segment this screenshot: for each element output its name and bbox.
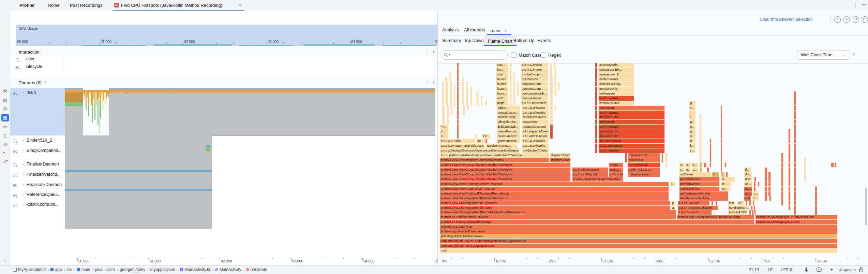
- flame-segment[interactable]: [794, 101, 796, 105]
- flame-segment[interactable]: [554, 63, 556, 67]
- flame-segment[interactable]: [449, 72, 451, 77]
- flame-segment[interactable]: <i...: [440, 125, 449, 129]
- flame-segment[interactable]: [463, 106, 465, 110]
- tab-bottom-up[interactable]: Bottom Up: [513, 38, 534, 43]
- gear-icon[interactable]: ⚙: [0, 106, 10, 112]
- grid-icon[interactable]: [817, 267, 822, 272]
- flame-segment[interactable]: android.view.ViewGroup.dispatchAttachedT…: [440, 168, 571, 172]
- flame-segment[interactable]: performCreate: [679, 177, 720, 182]
- flame-segment[interactable]: [726, 172, 728, 177]
- flame-segment[interactable]: [700, 153, 702, 158]
- flame-segment[interactable]: [768, 182, 770, 186]
- flame-segment[interactable]: a.v.V.measure: [599, 96, 634, 101]
- flame-segment[interactable]: [510, 101, 512, 105]
- flame-segment[interactable]: [768, 172, 770, 177]
- flame-segment[interactable]: android.view.Choreographer.doCallbacks: [440, 201, 671, 205]
- flame-segment[interactable]: [768, 177, 770, 182]
- flame-segment[interactable]: [754, 210, 756, 215]
- flame-segment[interactable]: remeasureOnly: [599, 82, 634, 86]
- flame-segment[interactable]: android.os.MessageQueue.nativePollOnce: [755, 215, 838, 219]
- flame-segment[interactable]: [450, 82, 452, 86]
- flame-segment[interactable]: [781, 182, 783, 186]
- flame-segment[interactable]: [789, 163, 791, 167]
- flame-segment[interactable]: [710, 163, 712, 167]
- flame-segment[interactable]: [815, 187, 817, 191]
- flame-segment[interactable]: android.view.ViewRootImpl.performTravers…: [440, 182, 669, 186]
- flame-segment[interactable]: [721, 125, 722, 129]
- breadcrumb-item[interactable]: app›: [50, 267, 65, 272]
- tab-summary[interactable]: Summary: [442, 38, 461, 43]
- flame-segment[interactable]: [765, 182, 767, 186]
- flame-segment[interactable]: [442, 101, 444, 105]
- flame-segment[interactable]: [485, 139, 488, 143]
- chevron-right-icon[interactable]: ›: [23, 182, 24, 186]
- flame-segment[interactable]: inst...: [744, 196, 751, 201]
- flame-segment[interactable]: [510, 82, 512, 86]
- flame-segment[interactable]: measureHierar...: [628, 172, 660, 177]
- collapse-icon[interactable]: ∧: [432, 80, 435, 85]
- flame-segment[interactable]: Co...: [482, 134, 490, 139]
- flame-segment[interactable]: d...: [744, 168, 751, 172]
- flame-segment[interactable]: [595, 82, 597, 86]
- breadcrumb-item[interactable]: java›: [95, 267, 106, 272]
- flame-segment[interactable]: createLifecyc...: [497, 115, 520, 119]
- flame-segment[interactable]: [595, 77, 597, 82]
- flame-segment[interactable]: LifecycleAwa...: [497, 120, 520, 124]
- flame-segment[interactable]: [451, 111, 453, 115]
- flame-segment[interactable]: a.v.V.measure: [599, 125, 665, 129]
- flame-segment[interactable]: com.android.internal.os.RuntimeInit$Meth…: [440, 239, 838, 243]
- flame-segment[interactable]: [721, 115, 722, 119]
- flame-segment[interactable]: [804, 158, 806, 162]
- flame-segment[interactable]: [712, 201, 714, 205]
- tab-all-threads[interactable]: All threads: [464, 27, 485, 32]
- flame-segment[interactable]: [789, 144, 791, 148]
- flame-segment[interactable]: [481, 101, 482, 105]
- app-insights-icon[interactable]: ▭: [0, 124, 10, 129]
- flame-segment[interactable]: a.c.u.p.W.invoke: [522, 111, 549, 115]
- flame-segment[interactable]: [457, 96, 459, 101]
- chevron-right-icon[interactable]: ›: [23, 192, 24, 196]
- thread-row-main[interactable]: › main: [10, 88, 65, 135]
- help-icon[interactable]: ?: [852, 52, 855, 57]
- thread-row-emojicompat[interactable]: › EmojiCompatInit...: [10, 146, 65, 159]
- flame-segment[interactable]: [794, 201, 796, 205]
- flame-segment[interactable]: a.a.s.T.execute: [678, 210, 712, 215]
- flame-segment[interactable]: a.c.r.i.C.invoke: [521, 63, 549, 67]
- flame-segment[interactable]: [781, 177, 783, 182]
- flame-segment[interactable]: [768, 191, 770, 196]
- flame-segment[interactable]: [595, 63, 597, 67]
- flame-segment[interactable]: [721, 134, 722, 139]
- flame-segment[interactable]: [710, 148, 712, 153]
- line-ending[interactable]: LF: [768, 268, 773, 272]
- flame-segment[interactable]: onMeasure: [628, 158, 660, 162]
- flame-segment[interactable]: [517, 82, 519, 86]
- interaction-header[interactable]: Interaction ⋮ ∧: [10, 48, 437, 56]
- flame-segment[interactable]: [595, 125, 597, 129]
- help-icon[interactable]: ?: [44, 80, 47, 85]
- flame-segment[interactable]: [753, 201, 754, 205]
- flame-segment[interactable]: launc...: [496, 91, 509, 96]
- flame-segment[interactable]: [550, 115, 553, 119]
- tab-events[interactable]: Events: [537, 38, 551, 43]
- flame-segment[interactable]: f...: [689, 144, 696, 148]
- flame-segment[interactable]: android.os.Handler.dispatchMessage: [440, 220, 754, 224]
- flame-segment[interactable]: [447, 111, 449, 115]
- flame-segment[interactable]: atta...: [744, 191, 752, 196]
- flame-segment[interactable]: [457, 68, 459, 72]
- problems-icon[interactable]: ⊙: [0, 142, 10, 147]
- flame-segment[interactable]: a.c.ui.platform.AbstractComposeView.onAt…: [440, 153, 550, 158]
- flame-segment[interactable]: [550, 120, 553, 124]
- thread-row-finalizerdaemon[interactable]: › FinalizerDaemon: [10, 159, 65, 170]
- flame-segment[interactable]: [450, 101, 452, 105]
- breadcrumb-item[interactable]: com›: [107, 267, 118, 272]
- flame-segment[interactable]: [789, 153, 791, 158]
- flame-segment[interactable]: java.lang.reflect.Method.invoke: [440, 234, 838, 239]
- kebab-menu-icon[interactable]: ⋮: [425, 80, 429, 85]
- chevron-right-icon[interactable]: ›: [23, 162, 24, 166]
- flame-segment[interactable]: p...: [689, 129, 696, 134]
- regex-checkbox[interactable]: [541, 52, 546, 58]
- flame-segment[interactable]: [781, 153, 783, 158]
- clock-mode-select[interactable]: Wall Clock Time ⌄: [797, 50, 850, 60]
- flame-segment[interactable]: [446, 101, 448, 105]
- flame-segment[interactable]: [555, 72, 557, 77]
